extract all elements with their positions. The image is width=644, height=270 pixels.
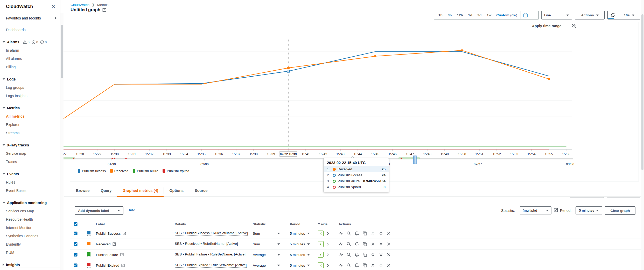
- remove-icon[interactable]: [387, 242, 391, 246]
- remove-icon[interactable]: [387, 232, 391, 235]
- add-dynamic-label-button[interactable]: Add dynamic label: [75, 206, 123, 215]
- tab-browse[interactable]: Browse: [71, 185, 95, 197]
- alarm-badge-ellipsis-circle[interactable]: 0: [40, 40, 47, 44]
- legend-item-publishfailure[interactable]: PublishFailure: [133, 169, 158, 173]
- sidebar-scrollbar-thumb[interactable]: [61, 25, 63, 78]
- graph-this-metric-icon[interactable]: [339, 263, 343, 268]
- tab-graphed-metrics-4[interactable]: Graphed metrics (4): [117, 185, 164, 197]
- page-scrollbar[interactable]: [641, 0, 644, 270]
- row-color-swatch[interactable]: [87, 242, 90, 246]
- search-icon[interactable]: [347, 263, 351, 268]
- triangle-down-icon[interactable]: [3, 202, 5, 204]
- sidebar-item-billing[interactable]: Billing: [0, 63, 60, 71]
- triangle-down-icon[interactable]: [3, 41, 5, 43]
- page-scrollbar-thumb[interactable]: [641, 14, 643, 170]
- select-all-checkbox[interactable]: [74, 222, 78, 226]
- metric-details-link[interactable]: SES • PublishSuccess • RuleSetName: [Act…: [175, 231, 248, 236]
- calendar-button[interactable]: [521, 11, 530, 19]
- sidebar-item-explorer[interactable]: Explorer: [0, 120, 60, 129]
- move-up-icon[interactable]: [371, 263, 375, 268]
- sidebar-item-events[interactable]: Events: [0, 170, 60, 178]
- move-down-icon[interactable]: [379, 242, 383, 246]
- move-down-icon[interactable]: [379, 231, 383, 236]
- breadcrumb-cloudwatch-link[interactable]: CloudWatch: [71, 3, 89, 7]
- yaxis-left-button[interactable]: [318, 241, 324, 247]
- statistic-dropdown[interactable]: Average: [253, 253, 280, 257]
- yaxis-right-button[interactable]: [325, 231, 331, 236]
- sidebar-item-dashboards[interactable]: Dashboards: [0, 26, 60, 34]
- actions-button[interactable]: Actions: [575, 11, 605, 19]
- sidebar-item-x-ray-traces[interactable]: X-Ray traces: [0, 141, 60, 149]
- range-button-1h[interactable]: 1h: [436, 13, 445, 17]
- row-checkbox[interactable]: [74, 264, 78, 267]
- remove-icon[interactable]: [387, 264, 391, 267]
- sidebar-item-servicelens-map[interactable]: ServiceLens Map: [0, 207, 60, 215]
- edit-label-icon[interactable]: [121, 264, 125, 267]
- move-up-icon[interactable]: [371, 242, 375, 246]
- yaxis-right-button[interactable]: [325, 262, 331, 268]
- close-icon[interactable]: ✕: [51, 4, 55, 9]
- sidebar-item-event-buses[interactable]: Event Buses: [0, 186, 60, 195]
- row-checkbox[interactable]: [74, 232, 78, 235]
- sidebar-item-internet-monitor[interactable]: Internet Monitor: [0, 224, 60, 232]
- zoom-out-icon[interactable]: [571, 23, 577, 29]
- yaxis-left-button[interactable]: [318, 262, 324, 268]
- period-dropdown[interactable]: 5 minutes: [290, 242, 310, 246]
- duplicate-icon[interactable]: [363, 231, 367, 236]
- alarm-bell-icon[interactable]: [355, 253, 359, 257]
- sidebar-item-evidently[interactable]: Evidently: [0, 240, 60, 248]
- range-button-12h[interactable]: 12h: [454, 13, 466, 17]
- move-down-icon[interactable]: [379, 253, 383, 257]
- range-button-1d[interactable]: 1d: [466, 13, 475, 17]
- triangle-down-icon[interactable]: [3, 78, 5, 80]
- search-icon[interactable]: [347, 242, 351, 246]
- legend-item-received[interactable]: Received: [110, 169, 128, 173]
- graph-this-metric-icon[interactable]: [339, 253, 343, 257]
- alarm-bell-icon[interactable]: [355, 242, 359, 246]
- sidebar-scrollbar[interactable]: [60, 13, 64, 270]
- yaxis-left-button[interactable]: [318, 231, 324, 236]
- sidebar-item-in-alarm[interactable]: In alarm: [0, 46, 60, 55]
- statistic-select[interactable]: (multiple): [520, 206, 551, 214]
- row-color-swatch[interactable]: [87, 252, 90, 257]
- edit-statistic-icon[interactable]: [554, 208, 558, 212]
- range-button-custom[interactable]: Custom (6w): [494, 13, 520, 17]
- range-button-3d[interactable]: 3d: [475, 13, 484, 17]
- range-button-1w[interactable]: 1w: [484, 13, 494, 17]
- sidebar-item-favorites-and-recents[interactable]: Favorites and recents: [0, 13, 60, 23]
- search-icon[interactable]: [347, 231, 351, 236]
- sidebar-item-service-map[interactable]: Service map: [0, 149, 60, 158]
- duplicate-icon[interactable]: [363, 263, 367, 268]
- apply-time-range-button[interactable]: Apply time range: [532, 24, 562, 28]
- period-dropdown[interactable]: 5 minutes: [290, 264, 310, 267]
- period-dropdown[interactable]: 5 minutes: [290, 253, 310, 257]
- alarm-badge-warning-triangle[interactable]: 0: [23, 40, 29, 44]
- sidebar-item-alarms[interactable]: Alarms000: [0, 38, 60, 46]
- sidebar-item-streams[interactable]: Streams: [0, 129, 60, 137]
- sidebar-item-resource-health[interactable]: Resource Health: [0, 215, 60, 224]
- edit-icon[interactable]: [102, 8, 106, 12]
- search-icon[interactable]: [347, 253, 351, 257]
- sidebar-item-all-alarms[interactable]: All alarms: [0, 55, 60, 63]
- info-link[interactable]: Info: [129, 208, 135, 212]
- legend-item-publishexpired[interactable]: PublishExpired: [163, 169, 189, 173]
- graph-this-metric-icon[interactable]: [339, 231, 343, 236]
- sidebar-item-metrics[interactable]: Metrics: [0, 104, 60, 112]
- sidebar-item-logs-insights[interactable]: Logs Insights: [0, 92, 60, 100]
- period-dropdown[interactable]: 5 minutes: [290, 232, 310, 235]
- triangle-right-icon[interactable]: [3, 264, 4, 266]
- move-up-icon[interactable]: [371, 253, 375, 257]
- alarm-badge-check-circle[interactable]: 0: [32, 40, 38, 44]
- alarm-bell-icon[interactable]: [355, 231, 359, 236]
- yaxis-right-button[interactable]: [325, 241, 331, 247]
- remove-icon[interactable]: [387, 253, 391, 257]
- row-checkbox[interactable]: [74, 253, 78, 257]
- duplicate-icon[interactable]: [363, 253, 367, 257]
- edit-label-icon[interactable]: [120, 253, 124, 256]
- range-button-3h[interactable]: 3h: [445, 13, 454, 17]
- tab-options[interactable]: Options: [164, 185, 189, 197]
- sidebar-item-logs[interactable]: Logs: [0, 75, 60, 83]
- clear-graph-button[interactable]: Clear graph: [605, 206, 635, 215]
- statistic-dropdown[interactable]: Average: [253, 264, 280, 267]
- sidebar-item-rum[interactable]: RUM: [0, 248, 60, 257]
